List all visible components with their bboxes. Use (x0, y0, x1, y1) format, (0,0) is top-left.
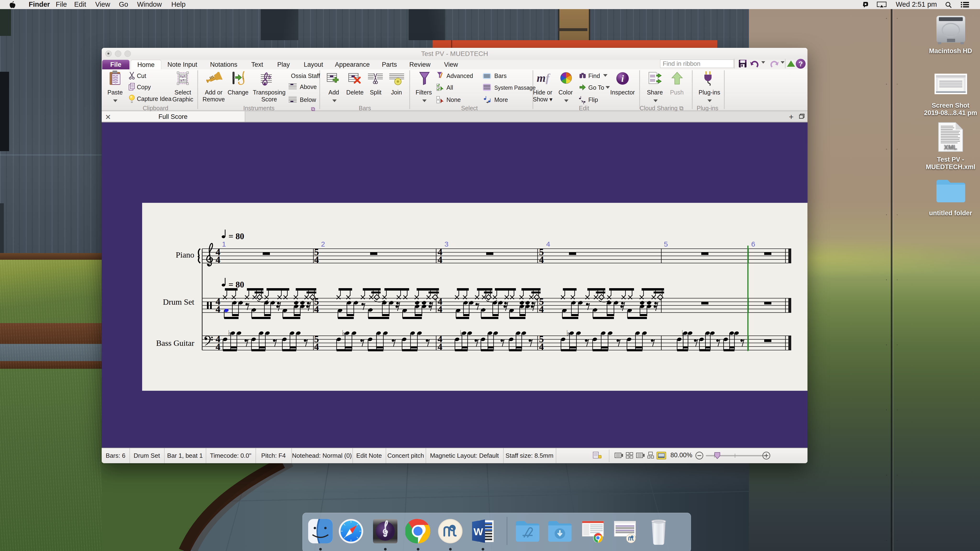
svg-text:= 80: = 80 (229, 280, 244, 289)
svg-text:2: 2 (321, 240, 325, 248)
svg-text:4: 4 (438, 304, 442, 314)
svg-text:4: 4 (438, 341, 442, 352)
svg-text:4: 4 (539, 254, 544, 265)
svg-text:4: 4 (539, 304, 544, 314)
svg-text:Drum Set: Drum Set (163, 297, 194, 306)
svg-text:XML: XML (944, 143, 957, 151)
svg-text:Piano: Piano (176, 250, 194, 259)
svg-text:= 80: = 80 (229, 232, 244, 241)
svg-text:6: 6 (751, 240, 755, 248)
svg-text:1: 1 (222, 240, 226, 248)
svg-text:4: 4 (216, 341, 220, 352)
svg-text:4: 4 (546, 240, 550, 248)
svg-text:4: 4 (539, 341, 544, 352)
svg-text:W: W (474, 526, 483, 537)
svg-text:4: 4 (216, 254, 220, 265)
svg-text:4: 4 (438, 254, 442, 265)
svg-text:4: 4 (314, 341, 319, 352)
svg-text:5: 5 (664, 240, 668, 248)
svg-text:i: i (621, 73, 624, 84)
svg-text:4: 4 (216, 304, 220, 314)
svg-text:Bass Guitar: Bass Guitar (156, 339, 194, 348)
svg-text:4: 4 (314, 254, 319, 265)
svg-text:3: 3 (445, 240, 449, 248)
svg-text:4: 4 (314, 304, 319, 314)
